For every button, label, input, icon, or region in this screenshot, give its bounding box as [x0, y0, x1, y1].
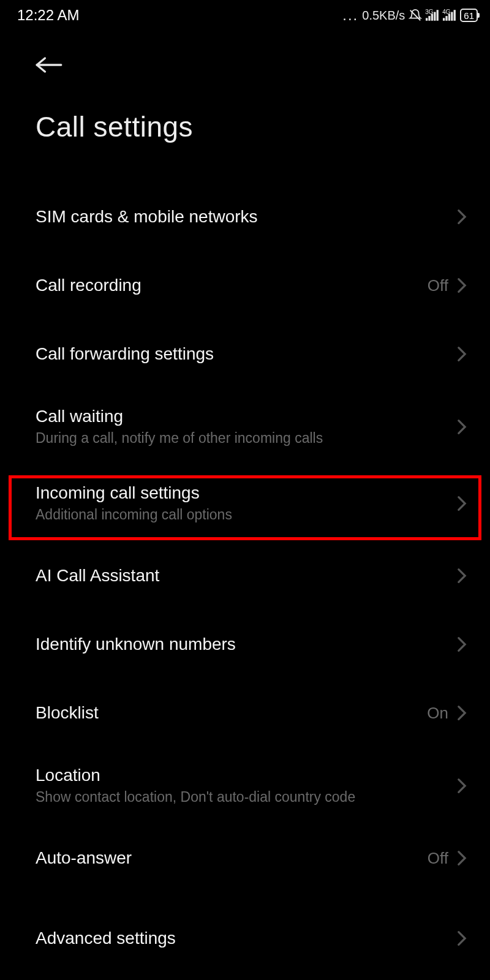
svg-rect-5	[437, 10, 439, 21]
chevron-right-icon	[457, 778, 467, 794]
item-title: Identify unknown numbers	[36, 635, 457, 654]
chevron-right-icon	[457, 496, 467, 511]
item-subtitle: Additional incoming call options	[36, 507, 457, 523]
svg-rect-1	[426, 18, 428, 20]
item-title: Blocklist	[36, 703, 427, 723]
svg-rect-7	[446, 16, 448, 21]
item-call-recording[interactable]: Call recording Off	[0, 251, 490, 320]
item-title: Call waiting	[36, 407, 457, 426]
item-ai-call-assistant[interactable]: AI Call Assistant	[0, 541, 490, 610]
item-title: AI Call Assistant	[36, 566, 457, 586]
chevron-right-icon	[457, 930, 467, 946]
item-title: Auto-answer	[36, 848, 428, 868]
status-right: ... 0.5KB/s 3G 4G	[342, 9, 478, 23]
signal-3g-icon: 3G	[426, 10, 439, 21]
svg-rect-10	[454, 10, 456, 21]
item-title: Advanced settings	[36, 929, 457, 948]
item-sim-networks[interactable]: SIM cards & mobile networks	[0, 183, 490, 251]
settings-list: SIM cards & mobile networks Call recordi…	[0, 183, 490, 961]
chevron-right-icon	[457, 850, 467, 866]
chevron-right-icon	[457, 636, 467, 652]
item-title: Call recording	[36, 276, 428, 295]
item-call-forwarding[interactable]: Call forwarding settings	[0, 320, 490, 388]
status-bar: 12:22 AM ... 0.5KB/s 3G 4G	[0, 0, 490, 29]
arrow-left-icon	[36, 56, 62, 74]
item-value: Off	[428, 276, 448, 295]
svg-rect-6	[443, 18, 445, 20]
chevron-right-icon	[457, 705, 467, 721]
item-title: Call forwarding settings	[36, 344, 457, 364]
item-location[interactable]: Location Show contact location, Don't au…	[0, 747, 490, 824]
item-call-waiting[interactable]: Call waiting During a call, notify me of…	[0, 388, 490, 465]
chevron-right-icon	[457, 346, 467, 362]
mute-icon	[409, 9, 422, 22]
back-button[interactable]	[36, 53, 72, 77]
item-title: Incoming call settings	[36, 483, 457, 503]
chevron-right-icon	[457, 209, 467, 225]
item-value: On	[427, 704, 448, 723]
chevron-right-icon	[457, 419, 467, 435]
chevron-right-icon	[457, 568, 467, 584]
signal-4g-icon: 4G	[443, 10, 456, 21]
item-blocklist[interactable]: Blocklist On	[0, 679, 490, 747]
item-advanced-settings[interactable]: Advanced settings	[0, 892, 490, 961]
svg-rect-2	[429, 16, 431, 21]
network-speed: 0.5KB/s	[362, 9, 405, 23]
item-subtitle: Show contact location, Don't auto-dial c…	[36, 789, 457, 805]
item-incoming-call-settings[interactable]: Incoming call settings Additional incomi…	[0, 465, 490, 541]
item-title: Location	[36, 766, 457, 785]
battery-level: 61	[464, 10, 474, 21]
page-title: Call settings	[36, 110, 454, 143]
battery-icon: 61	[460, 9, 478, 22]
item-value: Off	[428, 849, 448, 868]
status-time: 12:22 AM	[17, 7, 79, 24]
item-auto-answer[interactable]: Auto-answer Off	[0, 824, 490, 892]
chevron-right-icon	[457, 277, 467, 293]
header: Call settings	[0, 29, 490, 148]
item-subtitle: During a call, notify me of other incomi…	[36, 430, 457, 447]
svg-rect-9	[451, 12, 453, 21]
svg-rect-4	[434, 12, 436, 21]
item-identify-unknown-numbers[interactable]: Identify unknown numbers	[0, 610, 490, 679]
item-title: SIM cards & mobile networks	[36, 207, 457, 227]
